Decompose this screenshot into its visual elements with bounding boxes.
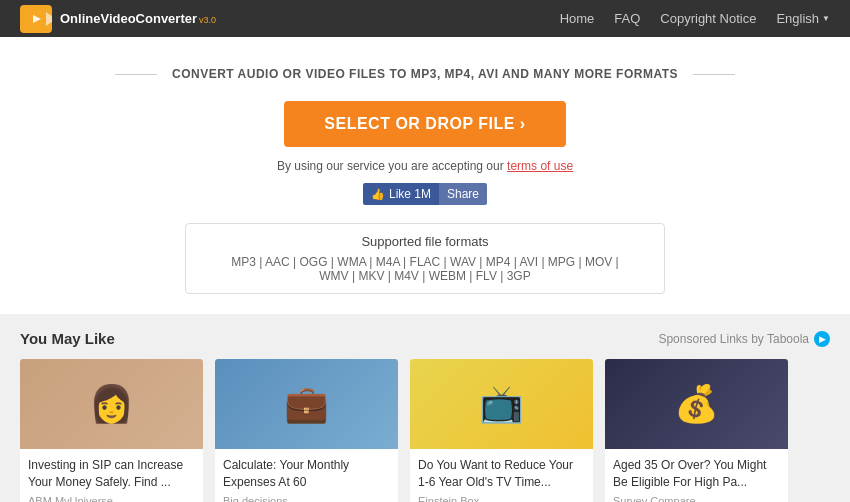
language-selector[interactable]: English [776, 11, 830, 26]
fb-share-button[interactable]: Share [439, 183, 487, 205]
header: OnlineVideoConverter v3.0 Home FAQ Copyr… [0, 0, 850, 37]
card-source-2: Big decisions [223, 495, 390, 502]
sponsored-text: Sponsored Links by Taboola [658, 332, 809, 346]
card-title-3: Do You Want to Reduce Your 1-6 Year Old'… [418, 457, 585, 491]
recommendations-section: You May Like Sponsored Links by Taboola … [0, 314, 850, 502]
card-source-4: Survey Compare [613, 495, 780, 502]
formats-list: MP3 | AAC | OGG | WMA | M4A | FLAC | WAV… [216, 255, 634, 283]
divider-left [115, 74, 157, 75]
convert-banner: CONVERT AUDIO OR VIDEO FILES TO MP3, MP4… [115, 67, 735, 81]
nav-home[interactable]: Home [560, 11, 595, 26]
cards-row: 👩 Investing in SIP can Increase Your Mon… [20, 359, 830, 502]
logo: OnlineVideoConverter v3.0 [20, 5, 216, 33]
main-nav: Home FAQ Copyright Notice English [560, 11, 830, 26]
card-title-1: Investing in SIP can Increase Your Money… [28, 457, 195, 491]
logo-text: OnlineVideoConverter v3.0 [60, 11, 216, 26]
rec-title: You May Like [20, 330, 115, 347]
logo-version: v3.0 [199, 15, 216, 25]
taboola-icon: ▶ [814, 331, 830, 347]
formats-section: Supported file formats MP3 | AAC | OGG |… [185, 223, 665, 294]
terms-text: By using our service you are accepting o… [277, 159, 573, 173]
card-body-1: Investing in SIP can Increase Your Money… [20, 449, 203, 502]
card-body-2: Calculate: Your Monthly Expenses At 60 B… [215, 449, 398, 502]
card-body-3: Do You Want to Reduce Your 1-6 Year Old'… [410, 449, 593, 502]
select-file-button[interactable]: SELECT OR DROP FILE › [284, 101, 565, 147]
thumbs-up-icon: 👍 [371, 188, 385, 201]
card-body-4: Aged 35 Or Over? You Might Be Eligible F… [605, 449, 788, 502]
card-4[interactable]: 💰 Aged 35 Or Over? You Might Be Eligible… [605, 359, 788, 502]
logo-icon [20, 5, 52, 33]
divider-right [693, 74, 735, 75]
convert-label: CONVERT AUDIO OR VIDEO FILES TO MP3, MP4… [172, 67, 678, 81]
card-title-2: Calculate: Your Monthly Expenses At 60 [223, 457, 390, 491]
fb-like-button[interactable]: 👍 Like 1M [363, 183, 439, 205]
card-img-1: 👩 [20, 359, 203, 449]
formats-title: Supported file formats [216, 234, 634, 249]
fb-like-widget: 👍 Like 1M Share [363, 183, 487, 205]
terms-link[interactable]: terms of use [507, 159, 573, 173]
card-2[interactable]: 💼 Calculate: Your Monthly Expenses At 60… [215, 359, 398, 502]
card-source-3: Einstein Box [418, 495, 585, 502]
rec-header: You May Like Sponsored Links by Taboola … [20, 330, 830, 347]
sponsored-label: Sponsored Links by Taboola ▶ [658, 331, 830, 347]
card-title-4: Aged 35 Or Over? You Might Be Eligible F… [613, 457, 780, 491]
nav-faq[interactable]: FAQ [614, 11, 640, 26]
card-img-4: 💰 [605, 359, 788, 449]
fb-like-count: Like 1M [389, 187, 431, 201]
card-img-3: 📺 [410, 359, 593, 449]
card-3[interactable]: 📺 Do You Want to Reduce Your 1-6 Year Ol… [410, 359, 593, 502]
nav-copyright[interactable]: Copyright Notice [660, 11, 756, 26]
card-1[interactable]: 👩 Investing in SIP can Increase Your Mon… [20, 359, 203, 502]
logo-name: OnlineVideoConverter [60, 11, 197, 26]
card-source-1: ABM MyUniverse [28, 495, 195, 502]
main-content: CONVERT AUDIO OR VIDEO FILES TO MP3, MP4… [0, 37, 850, 314]
card-img-2: 💼 [215, 359, 398, 449]
